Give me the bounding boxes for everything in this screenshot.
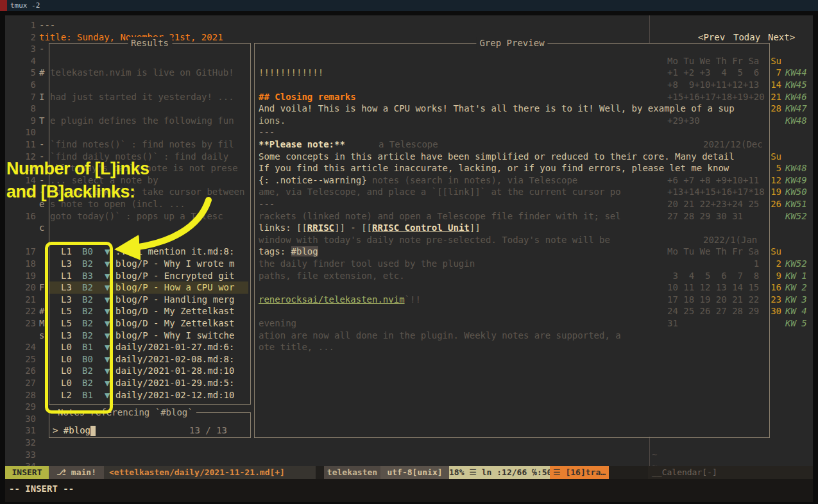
annotation-line2: and [B]acklinks: — [6, 181, 135, 203]
buffer-fragment: - — [39, 139, 44, 151]
calendar-week-number: KW46 — [785, 91, 807, 103]
results-window-title: Results — [128, 37, 172, 49]
links-separator: ]] - [[ — [334, 223, 372, 233]
result-text: blog/P - Handling merg — [115, 294, 234, 306]
preview-rule: --- — [259, 126, 275, 139]
tmux-titlebar: tmux -2 — [0, 0, 818, 11]
annotation-line1: Number of [L]inks — [6, 158, 149, 180]
line-number: 8 — [5, 103, 36, 115]
annotation-arrow — [90, 192, 231, 263]
calendar-week-number: KW45 — [785, 79, 807, 91]
tags-label: tags: — [259, 246, 291, 256]
line-number: 24 — [5, 341, 36, 353]
calendar-week-number: KW52 — [785, 258, 807, 270]
preview-line: {: .notice--warning} — [259, 174, 367, 187]
preview-line: !!!!!!!!!!!! — [259, 67, 323, 79]
wiki-link[interactable]: RRISC — [307, 223, 334, 233]
preview-tags-line: tags: #blog — [259, 246, 318, 258]
mode-message: -- INSERT -- — [9, 482, 74, 495]
result-text: blog/P - Why I switche — [115, 330, 234, 342]
line-number: 6 — [5, 79, 36, 91]
result-text: daily/2021-02-08.md:8: — [115, 353, 234, 365]
calendar-week-number: KW50 — [785, 186, 807, 198]
buffer-fragment: M — [39, 317, 44, 330]
filename-segment: <ettelkasten/daily/2021-11-21.md[+] — [104, 466, 316, 479]
tmux-window-flag — [0, 0, 7, 11]
preview-line: If you find this article inaccurate, lac… — [259, 162, 729, 174]
preview-heading: ## Closing remarks — [259, 91, 356, 103]
wiki-link[interactable]: RRISC Control Unit — [372, 223, 470, 233]
line-number: 1 — [5, 19, 36, 31]
encoding-segment: utf-8[unix] — [380, 466, 449, 479]
buffer-fragment: # — [39, 305, 44, 317]
window-separator-top — [649, 15, 650, 43]
line-number: 25 — [5, 353, 36, 365]
line-number: 30 — [5, 413, 36, 425]
calendar-week-number: KW49 — [785, 174, 807, 187]
result-text: blog/P - Encrypted git — [115, 270, 234, 282]
window-separator-bottom — [649, 437, 650, 466]
line-number: 26 — [5, 365, 36, 377]
text-cursor — [90, 426, 96, 436]
line-number: 3 — [5, 43, 36, 55]
line-number: 29 — [5, 401, 36, 413]
line-number: 27 — [5, 377, 36, 389]
line-number: 32 — [5, 437, 36, 449]
tmux-title: tmux -2 — [10, 0, 40, 11]
buffer-line: --- — [39, 19, 55, 31]
preview-line: Some concepts in this article have been … — [259, 151, 735, 163]
empty-line-tilde: ~ — [652, 449, 657, 461]
search-input[interactable]: > #blog — [53, 424, 90, 437]
calendar-week-number: KW47 — [785, 103, 807, 115]
calendar-week-number: KW48 — [785, 162, 807, 174]
calendar-next-button[interactable]: Next> — [768, 31, 795, 44]
filetype-segment: telekasten — [324, 466, 380, 479]
preview-line: ions. — [259, 115, 285, 127]
preview-line: **Please note:** — [259, 139, 345, 151]
line-number: 5 — [5, 67, 36, 79]
buffer-fragment: T — [39, 115, 44, 127]
preview-line: And voila! This is how a CPU works! That… — [259, 103, 735, 115]
line-number: 31 — [5, 424, 36, 437]
buffer-fragment: s — [39, 330, 44, 342]
line-number: 2 — [5, 31, 36, 44]
calendar-week-number: KW 2 — [785, 281, 807, 294]
grep-preview-title: Grep Preview — [476, 37, 547, 49]
result-text: blog/P - How a CPU wor — [115, 281, 234, 294]
result-text: daily/2021-01-27.md:6: — [115, 341, 234, 353]
tag-highlight: #blog — [291, 246, 318, 256]
calendar-week-number: KW 4 — [785, 305, 807, 317]
line-number: 21 — [5, 294, 36, 306]
calendar-week-number: KW44 — [785, 67, 807, 79]
line-number: 7 — [5, 91, 36, 103]
command-area-background — [5, 479, 813, 502]
buffer-fragment: I — [39, 91, 44, 103]
result-counter: 13 / 13 — [189, 424, 227, 437]
buffer-fragment: # — [39, 67, 44, 79]
result-text: blog/D - My Zettelkast — [115, 305, 234, 317]
calendar-week-number: KW 5 — [785, 317, 807, 330]
mode-indicator: INSERT — [5, 466, 49, 479]
preview-rule: --- — [259, 198, 275, 210]
calendar-week-number: KW52 — [785, 210, 807, 223]
line-number: 18 — [5, 258, 36, 270]
buffer-line: - — [39, 43, 44, 55]
line-number: 19 — [5, 270, 36, 282]
line-number: 4 — [5, 55, 36, 67]
result-text: daily/2021-02-12.md:10 — [115, 389, 234, 401]
line-number: 23 — [5, 317, 36, 330]
line-number: 28 — [5, 389, 36, 401]
calendar-week-number: KW 3 — [785, 294, 807, 306]
buffer-fragment: F — [39, 281, 44, 294]
git-branch-segment: ⎇ main! — [49, 466, 104, 479]
line-number: 11 — [5, 139, 36, 151]
line-number: 9 — [5, 115, 36, 127]
calendar-prev-button[interactable]: <Prev — [698, 31, 725, 44]
calendar-today-button[interactable]: Today — [733, 31, 760, 44]
calendar-week-number: KW51 — [785, 198, 807, 210]
calendar-statusline: __Calendar[-] — [648, 466, 813, 479]
annotation-highlight-box — [45, 242, 113, 414]
line-number: 16 — [5, 210, 36, 223]
warning-segment: ☰ [16]tra… — [550, 466, 609, 479]
links-close: ]] — [470, 223, 481, 233]
